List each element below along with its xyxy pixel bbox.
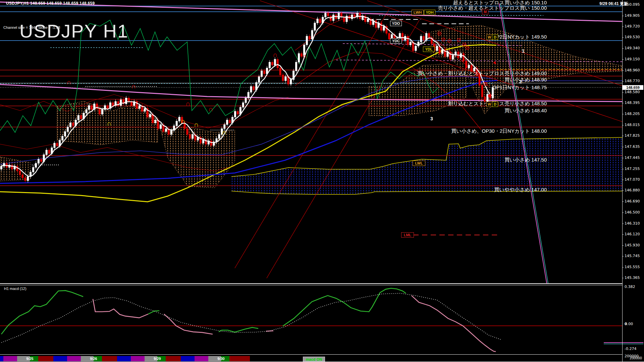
order-annotation: 売り小さめ・超えるとストップロス買い 150.00 bbox=[438, 5, 547, 11]
level-tag-ydc: YDC bbox=[390, 38, 402, 44]
level-tag-ydh: YDH bbox=[424, 10, 435, 15]
buy-signal-icon: ∩ bbox=[107, 120, 111, 127]
window-bottom-border bbox=[0, 361, 644, 362]
price-tick-label: 147.070 bbox=[625, 177, 640, 182]
volume-scale-label: 200000 bbox=[630, 356, 642, 360]
mt4-chart-window: ∩∩∩∩∩∩∩∩∩∩ USDJPY,H1 148.659 148.659 148… bbox=[0, 0, 644, 362]
trade-exit-icon bbox=[488, 94, 491, 98]
order-annotation: 買いやや小さめ 147.00 bbox=[494, 187, 547, 193]
session-strip-segment bbox=[229, 356, 250, 362]
buy-signal-icon: ∩ bbox=[194, 121, 199, 128]
sell-signal-icon: ∩ bbox=[131, 82, 136, 90]
macd-main-line bbox=[1, 291, 83, 334]
level-tag-d: D bbox=[492, 35, 498, 40]
price-tick-label: 149.720 bbox=[625, 24, 640, 28]
buy-signal-icon: ∩ bbox=[222, 129, 226, 136]
wave-count-label: 1 bbox=[522, 48, 525, 54]
symbol-ohlc-info: USDJPY,H1 148.659 148.659 148.659 148.65… bbox=[6, 1, 95, 6]
wave-count-label: 3 bbox=[430, 116, 433, 121]
current-price-tag: 148.659 bbox=[623, 85, 643, 90]
level-tag-ydl: YDL bbox=[423, 47, 435, 52]
price-tick-label: 150.095 bbox=[625, 2, 640, 7]
order-annotation: 買い小さめ 148.40 bbox=[504, 108, 547, 114]
session-strip-segment bbox=[0, 356, 3, 362]
price-tick-label: 148.395 bbox=[625, 101, 640, 105]
price-tick-label: 147.445 bbox=[625, 156, 640, 160]
price-tick-label: 148.770 bbox=[625, 79, 640, 83]
level-tag-lwh: LWH bbox=[412, 10, 424, 15]
session-strip-segment bbox=[38, 356, 53, 362]
macd-indicator-label: H1 macd (12) bbox=[4, 287, 26, 291]
date-label: 9/25 bbox=[26, 357, 33, 361]
price-tick-label: 146.500 bbox=[625, 210, 640, 215]
macd-main-line bbox=[412, 296, 496, 352]
date-label: 9/30 bbox=[217, 357, 224, 361]
sell-signal-icon: ∩ bbox=[273, 51, 277, 58]
price-tick-label: 147.825 bbox=[625, 133, 640, 138]
session-strip-segment bbox=[53, 356, 67, 362]
price-tick-label: 146.690 bbox=[625, 199, 640, 203]
session-strip-segment bbox=[67, 356, 81, 362]
macd-tick-label: 0.00 bbox=[625, 322, 633, 326]
sell-signal-icon: ∩ bbox=[208, 105, 213, 113]
sell-signal-icon: ∩ bbox=[66, 78, 71, 86]
macd-main-line bbox=[219, 327, 258, 332]
session-strip-segment bbox=[166, 356, 181, 362]
sell-signal-icon: ∩ bbox=[302, 52, 307, 60]
price-tick-label: 148.015 bbox=[625, 123, 640, 127]
price-tick-label: 145.745 bbox=[625, 254, 640, 258]
price-tick-label: 145.365 bbox=[625, 276, 640, 280]
session-strip-segment bbox=[3, 356, 17, 362]
price-tick-label: 146.120 bbox=[625, 232, 640, 236]
price-tick-label: 147.255 bbox=[625, 167, 640, 171]
order-annotation: 買い小さめ 147.50 bbox=[504, 157, 547, 163]
session-strip-segment bbox=[102, 356, 117, 362]
price-tick-label: 149.905 bbox=[625, 13, 640, 18]
macd-main-line bbox=[93, 299, 148, 318]
session-strip-segment bbox=[195, 356, 208, 362]
level-tag-ydo: YDO bbox=[390, 21, 402, 26]
level-tag-d: D bbox=[492, 102, 498, 107]
order-annotation: OP2日NYカット 149.50 bbox=[492, 34, 547, 40]
price-tick-label: 149.340 bbox=[625, 46, 640, 50]
price-tick-label: 149.150 bbox=[625, 57, 640, 61]
level-tag-w: W bbox=[486, 102, 492, 107]
price-tick-label: 149.530 bbox=[625, 35, 640, 39]
buy-signal-icon: ∩ bbox=[180, 117, 185, 125]
macd-tick-label: 0.382 bbox=[625, 285, 635, 289]
panel-separator-top[interactable] bbox=[0, 283, 622, 284]
update-timestamp: 9/29 06:41 更新 bbox=[599, 1, 628, 7]
order-annotation: 買い小さめ 148.90 bbox=[504, 77, 547, 83]
order-annotation: 買い小さめ、OP30・2日NYカット 148.00 bbox=[451, 128, 547, 134]
wave-count-label: 2 bbox=[519, 79, 522, 84]
axis-border bbox=[622, 0, 623, 362]
panel-separator-top2 bbox=[0, 285, 622, 285]
session-strip-segment bbox=[181, 356, 195, 362]
session-strip-segment bbox=[117, 356, 131, 362]
macd-signal-line bbox=[1, 293, 501, 343]
date-label: 9/26 bbox=[90, 357, 97, 361]
price-tick-label: 146.310 bbox=[625, 221, 640, 226]
order-annotation: OP1日NYカット 148.75 bbox=[492, 84, 547, 91]
level-tag-lwl: LWL bbox=[413, 161, 425, 166]
rally-channel-line bbox=[267, 20, 419, 278]
level-tag-w: W bbox=[486, 35, 492, 40]
rally-channel-line bbox=[235, 9, 389, 268]
panel-separator-bottom bbox=[0, 354, 622, 355]
date-label: 9/29 bbox=[154, 357, 161, 361]
macd-main-line bbox=[283, 288, 406, 326]
level-tag-lml: LML bbox=[401, 232, 414, 238]
price-tick-label: 148.205 bbox=[625, 112, 640, 116]
macd-main-line bbox=[148, 311, 159, 314]
macd-tick-label: -0.274 bbox=[625, 347, 636, 351]
price-tick-label: 146.880 bbox=[625, 188, 640, 192]
order-annotation: 買い小さめ・割り込むとストップロス売り小さめ 149.00 bbox=[418, 70, 547, 77]
chart-canvas[interactable]: ∩∩∩∩∩∩∩∩∩∩ bbox=[0, 0, 644, 362]
price-tick-label: 148.580 bbox=[625, 90, 640, 94]
level-tag-m: M bbox=[482, 9, 488, 14]
price-tick-label: 147.635 bbox=[625, 144, 640, 149]
session-strip-segment bbox=[131, 356, 145, 362]
price-tick-label: 145.555 bbox=[625, 265, 640, 269]
macd-main-line bbox=[266, 331, 273, 331]
price-tick-label: 148.960 bbox=[625, 68, 640, 72]
